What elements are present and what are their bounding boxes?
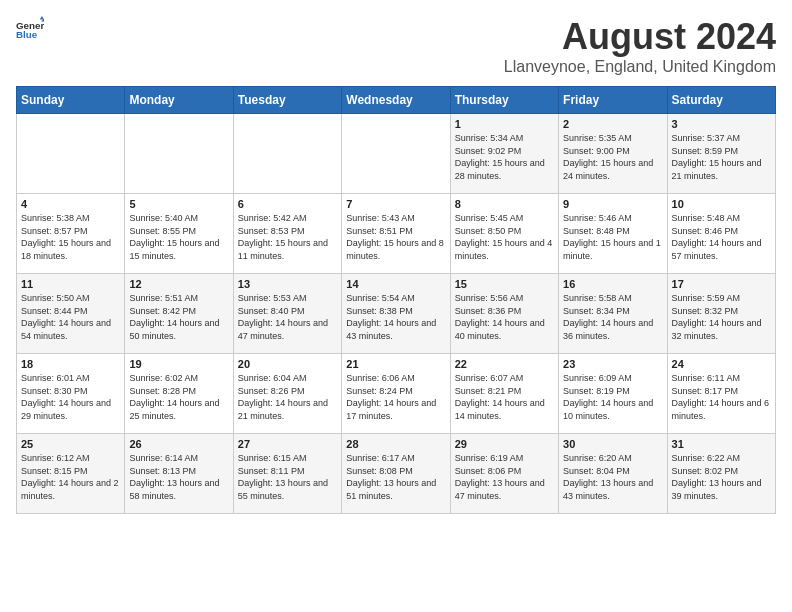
header: General Blue August 2024 Llanveynoe, Eng… (16, 16, 776, 76)
day-info: Sunrise: 5:40 AM Sunset: 8:55 PM Dayligh… (129, 212, 228, 262)
day-info: Sunrise: 6:04 AM Sunset: 8:26 PM Dayligh… (238, 372, 337, 422)
calendar-cell: 21Sunrise: 6:06 AM Sunset: 8:24 PM Dayli… (342, 354, 450, 434)
calendar-cell: 16Sunrise: 5:58 AM Sunset: 8:34 PM Dayli… (559, 274, 667, 354)
calendar-cell: 22Sunrise: 6:07 AM Sunset: 8:21 PM Dayli… (450, 354, 558, 434)
col-monday: Monday (125, 87, 233, 114)
day-number: 12 (129, 278, 228, 290)
col-saturday: Saturday (667, 87, 775, 114)
calendar-cell: 3Sunrise: 5:37 AM Sunset: 8:59 PM Daylig… (667, 114, 775, 194)
calendar-cell (125, 114, 233, 194)
day-number: 23 (563, 358, 662, 370)
svg-text:Blue: Blue (16, 29, 38, 40)
day-number: 21 (346, 358, 445, 370)
day-info: Sunrise: 5:53 AM Sunset: 8:40 PM Dayligh… (238, 292, 337, 342)
day-info: Sunrise: 6:01 AM Sunset: 8:30 PM Dayligh… (21, 372, 120, 422)
calendar-cell: 31Sunrise: 6:22 AM Sunset: 8:02 PM Dayli… (667, 434, 775, 514)
calendar-body: 1Sunrise: 5:34 AM Sunset: 9:02 PM Daylig… (17, 114, 776, 514)
day-number: 28 (346, 438, 445, 450)
calendar-table: Sunday Monday Tuesday Wednesday Thursday… (16, 86, 776, 514)
day-number: 29 (455, 438, 554, 450)
day-number: 6 (238, 198, 337, 210)
calendar-cell: 24Sunrise: 6:11 AM Sunset: 8:17 PM Dayli… (667, 354, 775, 434)
calendar-cell: 10Sunrise: 5:48 AM Sunset: 8:46 PM Dayli… (667, 194, 775, 274)
calendar-cell: 17Sunrise: 5:59 AM Sunset: 8:32 PM Dayli… (667, 274, 775, 354)
day-number: 4 (21, 198, 120, 210)
calendar-week-1: 4Sunrise: 5:38 AM Sunset: 8:57 PM Daylig… (17, 194, 776, 274)
calendar-cell (342, 114, 450, 194)
calendar-cell: 26Sunrise: 6:14 AM Sunset: 8:13 PM Dayli… (125, 434, 233, 514)
calendar-week-2: 11Sunrise: 5:50 AM Sunset: 8:44 PM Dayli… (17, 274, 776, 354)
day-info: Sunrise: 6:15 AM Sunset: 8:11 PM Dayligh… (238, 452, 337, 502)
calendar-cell: 25Sunrise: 6:12 AM Sunset: 8:15 PM Dayli… (17, 434, 125, 514)
calendar-cell: 29Sunrise: 6:19 AM Sunset: 8:06 PM Dayli… (450, 434, 558, 514)
day-info: Sunrise: 5:51 AM Sunset: 8:42 PM Dayligh… (129, 292, 228, 342)
col-sunday: Sunday (17, 87, 125, 114)
day-number: 13 (238, 278, 337, 290)
calendar-cell: 18Sunrise: 6:01 AM Sunset: 8:30 PM Dayli… (17, 354, 125, 434)
day-info: Sunrise: 6:09 AM Sunset: 8:19 PM Dayligh… (563, 372, 662, 422)
calendar-cell: 28Sunrise: 6:17 AM Sunset: 8:08 PM Dayli… (342, 434, 450, 514)
day-number: 20 (238, 358, 337, 370)
day-info: Sunrise: 5:54 AM Sunset: 8:38 PM Dayligh… (346, 292, 445, 342)
calendar-header: Sunday Monday Tuesday Wednesday Thursday… (17, 87, 776, 114)
location-subtitle: Llanveynoe, England, United Kingdom (504, 58, 776, 76)
day-info: Sunrise: 6:11 AM Sunset: 8:17 PM Dayligh… (672, 372, 771, 422)
calendar-cell: 11Sunrise: 5:50 AM Sunset: 8:44 PM Dayli… (17, 274, 125, 354)
calendar-cell: 19Sunrise: 6:02 AM Sunset: 8:28 PM Dayli… (125, 354, 233, 434)
day-number: 15 (455, 278, 554, 290)
day-info: Sunrise: 6:22 AM Sunset: 8:02 PM Dayligh… (672, 452, 771, 502)
day-info: Sunrise: 5:59 AM Sunset: 8:32 PM Dayligh… (672, 292, 771, 342)
calendar-cell: 8Sunrise: 5:45 AM Sunset: 8:50 PM Daylig… (450, 194, 558, 274)
day-info: Sunrise: 5:42 AM Sunset: 8:53 PM Dayligh… (238, 212, 337, 262)
title-area: August 2024 Llanveynoe, England, United … (504, 16, 776, 76)
col-tuesday: Tuesday (233, 87, 341, 114)
calendar-cell (233, 114, 341, 194)
calendar-cell: 1Sunrise: 5:34 AM Sunset: 9:02 PM Daylig… (450, 114, 558, 194)
day-info: Sunrise: 5:48 AM Sunset: 8:46 PM Dayligh… (672, 212, 771, 262)
day-number: 18 (21, 358, 120, 370)
day-info: Sunrise: 6:14 AM Sunset: 8:13 PM Dayligh… (129, 452, 228, 502)
calendar-cell: 15Sunrise: 5:56 AM Sunset: 8:36 PM Dayli… (450, 274, 558, 354)
col-friday: Friday (559, 87, 667, 114)
day-number: 30 (563, 438, 662, 450)
logo: General Blue (16, 16, 44, 44)
day-number: 11 (21, 278, 120, 290)
day-number: 25 (21, 438, 120, 450)
calendar-cell: 12Sunrise: 5:51 AM Sunset: 8:42 PM Dayli… (125, 274, 233, 354)
calendar-cell: 23Sunrise: 6:09 AM Sunset: 8:19 PM Dayli… (559, 354, 667, 434)
day-info: Sunrise: 5:56 AM Sunset: 8:36 PM Dayligh… (455, 292, 554, 342)
day-info: Sunrise: 6:17 AM Sunset: 8:08 PM Dayligh… (346, 452, 445, 502)
day-info: Sunrise: 5:58 AM Sunset: 8:34 PM Dayligh… (563, 292, 662, 342)
day-info: Sunrise: 6:20 AM Sunset: 8:04 PM Dayligh… (563, 452, 662, 502)
calendar-week-4: 25Sunrise: 6:12 AM Sunset: 8:15 PM Dayli… (17, 434, 776, 514)
day-number: 22 (455, 358, 554, 370)
calendar-cell: 5Sunrise: 5:40 AM Sunset: 8:55 PM Daylig… (125, 194, 233, 274)
day-info: Sunrise: 6:19 AM Sunset: 8:06 PM Dayligh… (455, 452, 554, 502)
day-number: 14 (346, 278, 445, 290)
day-info: Sunrise: 5:38 AM Sunset: 8:57 PM Dayligh… (21, 212, 120, 262)
calendar-cell (17, 114, 125, 194)
col-wednesday: Wednesday (342, 87, 450, 114)
logo-icon: General Blue (16, 16, 44, 44)
day-info: Sunrise: 5:50 AM Sunset: 8:44 PM Dayligh… (21, 292, 120, 342)
calendar-cell: 14Sunrise: 5:54 AM Sunset: 8:38 PM Dayli… (342, 274, 450, 354)
day-number: 8 (455, 198, 554, 210)
col-thursday: Thursday (450, 87, 558, 114)
calendar-cell: 20Sunrise: 6:04 AM Sunset: 8:26 PM Dayli… (233, 354, 341, 434)
day-info: Sunrise: 6:06 AM Sunset: 8:24 PM Dayligh… (346, 372, 445, 422)
calendar-cell: 4Sunrise: 5:38 AM Sunset: 8:57 PM Daylig… (17, 194, 125, 274)
day-info: Sunrise: 6:12 AM Sunset: 8:15 PM Dayligh… (21, 452, 120, 502)
day-number: 19 (129, 358, 228, 370)
header-row: Sunday Monday Tuesday Wednesday Thursday… (17, 87, 776, 114)
calendar-week-3: 18Sunrise: 6:01 AM Sunset: 8:30 PM Dayli… (17, 354, 776, 434)
day-number: 31 (672, 438, 771, 450)
day-info: Sunrise: 6:07 AM Sunset: 8:21 PM Dayligh… (455, 372, 554, 422)
calendar-cell: 2Sunrise: 5:35 AM Sunset: 9:00 PM Daylig… (559, 114, 667, 194)
day-info: Sunrise: 5:45 AM Sunset: 8:50 PM Dayligh… (455, 212, 554, 262)
day-number: 7 (346, 198, 445, 210)
calendar-cell: 7Sunrise: 5:43 AM Sunset: 8:51 PM Daylig… (342, 194, 450, 274)
calendar-cell: 27Sunrise: 6:15 AM Sunset: 8:11 PM Dayli… (233, 434, 341, 514)
day-number: 2 (563, 118, 662, 130)
day-number: 3 (672, 118, 771, 130)
calendar-cell: 13Sunrise: 5:53 AM Sunset: 8:40 PM Dayli… (233, 274, 341, 354)
